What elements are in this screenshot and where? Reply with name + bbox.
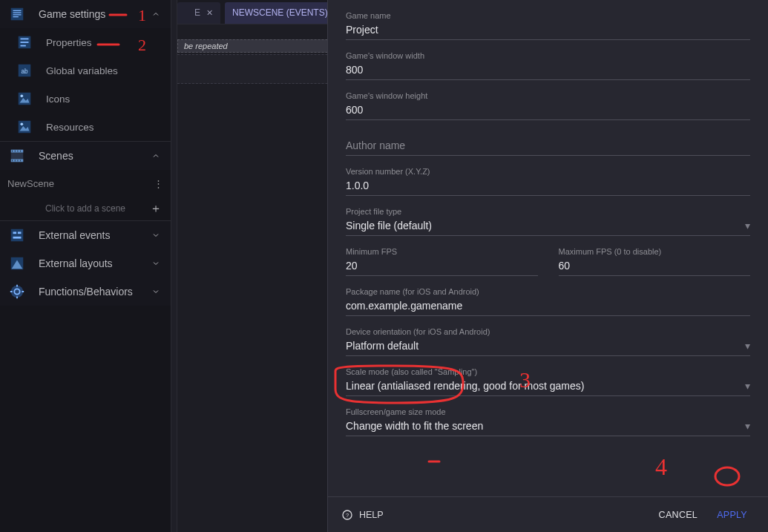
external-layouts-icon bbox=[7, 254, 27, 273]
sidebar-section-external-layouts[interactable]: External layouts bbox=[0, 249, 171, 278]
svg-rect-10 bbox=[19, 121, 31, 134]
svg-text:?: ? bbox=[346, 511, 349, 518]
field-label-window-width: Game's window width bbox=[346, 50, 750, 61]
properties-icon bbox=[15, 33, 34, 52]
event-repeat-hint: be repeated bbox=[184, 42, 228, 50]
field-label-orientation: Device orientation (for iOS and Android) bbox=[346, 326, 750, 337]
svg-point-12 bbox=[21, 123, 24, 126]
sidebar-item-label: Global variables bbox=[46, 65, 163, 76]
project-file-type-select[interactable]: Single file (default) ▾ bbox=[346, 217, 750, 236]
tab-hidden[interactable]: E ✕ bbox=[177, 2, 220, 24]
chevron-up-icon bbox=[151, 10, 163, 19]
sidebar-section-game-settings[interactable]: Game settings bbox=[0, 0, 171, 28]
dropdown-icon: ▾ bbox=[745, 338, 750, 354]
field-label-max-fps: Maximum FPS (0 to disable) bbox=[559, 246, 751, 257]
orientation-select[interactable]: Platform default ▾ bbox=[346, 337, 750, 356]
max-fps-input[interactable]: 60 bbox=[559, 257, 751, 276]
svg-rect-15 bbox=[13, 231, 17, 234]
chevron-down-icon bbox=[151, 231, 163, 240]
field-label-game-name: Game name bbox=[346, 10, 750, 21]
sidebar: Game settings Properties ab Global varia… bbox=[0, 0, 171, 532]
close-icon[interactable]: ✕ bbox=[206, 8, 213, 18]
sidebar-section-functions[interactable]: Functions/Behaviors bbox=[0, 278, 171, 306]
sidebar-section-label: Functions/Behaviors bbox=[39, 286, 151, 298]
sidebar-item-label: Icons bbox=[46, 93, 163, 105]
sidebar-section-label: Game settings bbox=[39, 8, 151, 20]
field-label-window-height: Game's window height bbox=[346, 91, 750, 101]
svg-rect-14 bbox=[11, 229, 24, 242]
svg-point-9 bbox=[21, 95, 24, 98]
dropdown-icon: ▾ bbox=[745, 418, 750, 434]
sidebar-item-icons[interactable]: Icons bbox=[0, 85, 171, 113]
properties-panel: Game name Project Game's window width 80… bbox=[327, 0, 768, 532]
fullscreen-mode-select[interactable]: Change width to fit the screen ▾ bbox=[346, 417, 750, 436]
external-events-icon bbox=[7, 226, 27, 245]
svg-rect-7 bbox=[19, 93, 31, 105]
sidebar-section-scenes[interactable]: Scenes bbox=[0, 142, 171, 170]
sidebar-item-global-variables[interactable]: ab Global variables bbox=[0, 56, 171, 85]
sidebar-scene-item[interactable]: NewScene ⋮ bbox=[0, 170, 171, 197]
picture-icon bbox=[15, 89, 34, 108]
svg-rect-16 bbox=[18, 231, 22, 234]
author-name-input[interactable]: Author name bbox=[346, 137, 750, 156]
main-area: E ✕ NEWSCENE (EVENTS) ✕ be repeated Game… bbox=[177, 0, 768, 532]
chevron-down-icon bbox=[151, 259, 163, 268]
scene-name-label: NewScene bbox=[7, 178, 54, 189]
window-height-input[interactable]: 600 bbox=[346, 101, 750, 120]
chevron-up-icon bbox=[151, 151, 163, 160]
scenes-icon bbox=[7, 146, 27, 165]
chevron-down-icon bbox=[151, 287, 163, 296]
svg-rect-3 bbox=[21, 42, 29, 43]
svg-rect-0 bbox=[11, 8, 24, 21]
svg-rect-4 bbox=[21, 45, 26, 47]
svg-rect-2 bbox=[21, 39, 29, 40]
help-icon: ? bbox=[341, 509, 353, 521]
tab-label: NEWSCENE (EVENTS) bbox=[232, 7, 328, 18]
field-label-min-fps: Minimum FPS bbox=[346, 246, 538, 257]
plus-icon: ＋ bbox=[150, 201, 162, 217]
field-label-fullscreen-mode: Fullscreen/game size mode bbox=[346, 407, 750, 417]
sidebar-section-label: Scenes bbox=[39, 150, 151, 162]
cancel-button[interactable]: CANCEL bbox=[652, 505, 706, 525]
variables-icon: ab bbox=[15, 61, 34, 80]
help-label: HELP bbox=[359, 510, 384, 520]
field-label-package-name: Package name (for iOS and Android) bbox=[346, 286, 750, 297]
window-width-input[interactable]: 800 bbox=[346, 61, 750, 80]
field-label-project-file-type: Project file type bbox=[346, 206, 750, 217]
field-label-scale-mode: Scale mode (also called "Sampling") bbox=[346, 367, 750, 377]
sidebar-item-properties[interactable]: Properties bbox=[0, 28, 171, 56]
field-label-version: Version number (X.Y.Z) bbox=[346, 166, 750, 177]
resources-icon bbox=[15, 117, 34, 137]
dropdown-icon: ▾ bbox=[745, 217, 750, 234]
sidebar-section-label: External layouts bbox=[39, 257, 151, 269]
svg-rect-17 bbox=[13, 237, 22, 239]
package-name-input[interactable]: com.example.gamename bbox=[346, 297, 750, 316]
panel-footer: ? HELP CANCEL APPLY bbox=[328, 496, 768, 532]
kebab-menu-icon[interactable]: ⋮ bbox=[154, 178, 163, 189]
version-input[interactable]: 1.0.0 bbox=[346, 177, 750, 196]
sidebar-section-external-events[interactable]: External events bbox=[0, 221, 171, 249]
sidebar-item-label: Properties bbox=[46, 37, 163, 48]
help-button[interactable]: ? HELP bbox=[341, 509, 384, 521]
sidebar-resize-handle[interactable] bbox=[171, 0, 177, 532]
svg-text:ab: ab bbox=[21, 68, 28, 75]
sidebar-item-label: Resources bbox=[46, 122, 163, 133]
properties-panel-body[interactable]: Game name Project Game's window width 80… bbox=[328, 0, 768, 496]
functions-icon bbox=[7, 282, 27, 301]
svg-point-20 bbox=[11, 286, 24, 298]
min-fps-input[interactable]: 20 bbox=[346, 257, 538, 276]
apply-button[interactable]: APPLY bbox=[709, 505, 755, 525]
sidebar-add-scene[interactable]: Click to add a scene ＋ bbox=[0, 197, 171, 220]
dropdown-icon: ▾ bbox=[745, 378, 750, 394]
game-name-input[interactable]: Project bbox=[346, 21, 750, 40]
add-scene-hint: Click to add a scene bbox=[45, 203, 125, 214]
document-lines-icon bbox=[7, 4, 27, 24]
sidebar-section-label: External events bbox=[39, 229, 151, 241]
sidebar-item-resources[interactable]: Resources bbox=[0, 113, 171, 141]
tab-label-fragment: E bbox=[194, 7, 200, 18]
scale-mode-select[interactable]: Linear (antialiased rendering, good for … bbox=[346, 377, 750, 396]
